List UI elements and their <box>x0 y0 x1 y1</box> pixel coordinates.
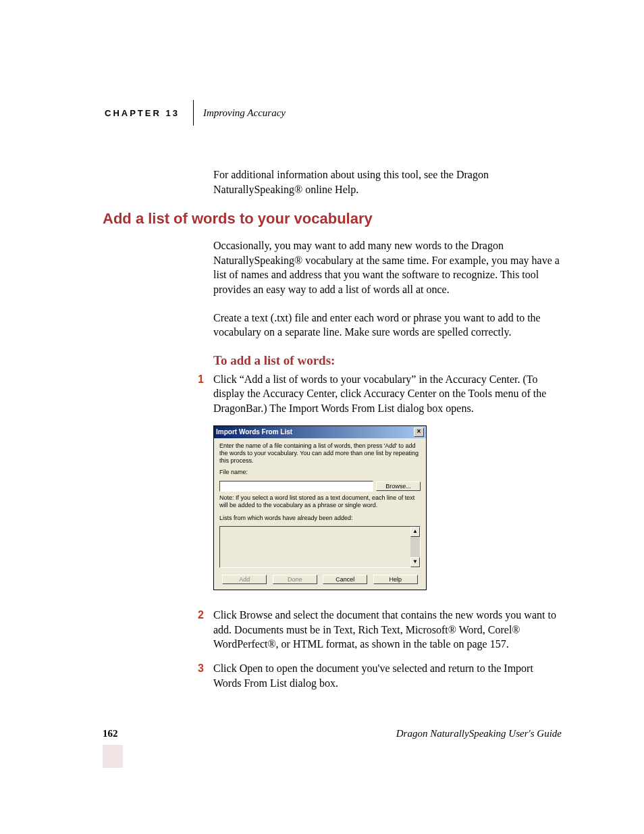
chapter-title: Improving Accuracy <box>203 107 286 119</box>
step-row: 3 Click Open to open the document you've… <box>103 661 562 690</box>
header-divider <box>193 100 194 126</box>
lists-label: Lists from which words have already been… <box>219 515 421 522</box>
step-row: 2 Click Browse and select the document t… <box>103 608 562 652</box>
lists-area: ▲ ▼ <box>219 526 421 568</box>
step-number: 2 <box>103 608 213 652</box>
dialog-note: Note: If you select a word list stored a… <box>219 494 421 510</box>
section-heading: Add a list of words to your vocabulary <box>103 210 562 228</box>
step-row: 1 Click “Add a list of words to your voc… <box>103 372 562 416</box>
close-icon[interactable]: × <box>414 427 424 437</box>
chapter-label: CHAPTER 13 <box>105 108 193 118</box>
dialog-body: Enter the name of a file containing a li… <box>214 438 426 590</box>
import-words-dialog: Import Words From List × Enter the name … <box>213 425 427 591</box>
intro-paragraph: For additional information about using t… <box>213 167 562 197</box>
help-button[interactable]: Help <box>373 575 418 584</box>
step-text: Click “Add a list of words to your vocab… <box>213 372 562 416</box>
step-text: Click Open to open the document you've s… <box>213 661 562 690</box>
scroll-up-icon[interactable]: ▲ <box>410 527 420 537</box>
browse-button[interactable]: Browse... <box>376 481 421 491</box>
body-paragraph-2: Create a text (.txt) file and enter each… <box>213 311 562 340</box>
step-number: 1 <box>103 372 213 416</box>
scroll-down-icon[interactable]: ▼ <box>410 557 420 567</box>
page-header: CHAPTER 13 Improving Accuracy <box>105 100 286 126</box>
document-page: CHAPTER 13 Improving Accuracy For additi… <box>0 0 644 834</box>
body-content: For additional information about using t… <box>103 157 562 700</box>
done-button[interactable]: Done <box>273 575 317 584</box>
step-text: Click Browse and select the document tha… <box>213 608 562 652</box>
dialog-screenshot: Import Words From List × Enter the name … <box>213 425 562 591</box>
dialog-title: Import Words From List <box>216 428 292 436</box>
dialog-titlebar: Import Words From List × <box>214 426 426 438</box>
body-paragraph-1: Occasionally, you may want to add many n… <box>213 238 562 296</box>
step-number: 3 <box>103 661 213 690</box>
lists-body[interactable] <box>220 527 410 567</box>
file-name-label: File name: <box>219 469 421 476</box>
dialog-instruction: Enter the name of a file containing a li… <box>219 442 421 465</box>
file-name-input[interactable] <box>219 481 373 492</box>
page-footer: 162 Dragon NaturallySpeaking User's Guid… <box>103 728 562 739</box>
sub-heading: To add a list of words: <box>213 353 562 368</box>
cancel-button[interactable]: Cancel <box>323 575 367 584</box>
scrollbar[interactable]: ▲ ▼ <box>410 527 420 567</box>
add-button[interactable]: Add <box>222 575 267 584</box>
footer-accent-bar <box>103 745 123 768</box>
page-number: 162 <box>103 728 118 739</box>
guide-title: Dragon NaturallySpeaking User's Guide <box>396 728 562 739</box>
